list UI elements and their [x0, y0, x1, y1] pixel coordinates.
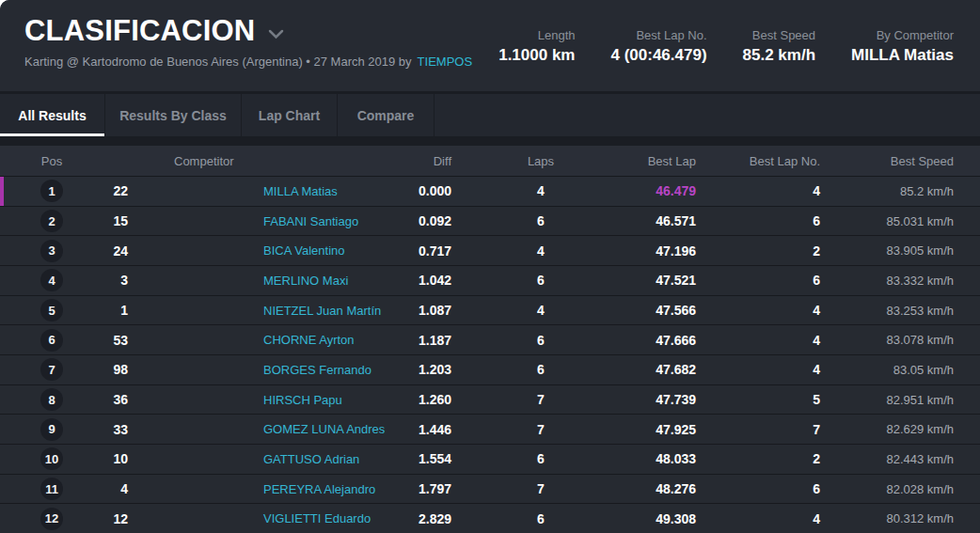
stat-label: Length — [498, 28, 575, 42]
position-badge: 12 — [40, 508, 63, 530]
competitor-name[interactable]: VIGLIETTI Eduardo — [132, 511, 404, 525]
best-speed-cell: 82.629 km/h — [828, 422, 980, 436]
column-header-diff: Diff — [404, 154, 461, 168]
best-lap-no-cell: 2 — [705, 243, 828, 259]
title-dropdown-chevron-icon[interactable] — [268, 29, 284, 39]
laps-cell: 6 — [461, 362, 602, 377]
kart-number-cell: 53 — [103, 333, 132, 348]
laps-cell: 6 — [461, 213, 602, 228]
kart-number-cell: 3 — [103, 273, 132, 288]
kart-number-cell: 36 — [103, 392, 132, 407]
position-cell: 1 — [0, 180, 103, 202]
results-panel: CLASIFICACION Karting @ Kartodromo de Bu… — [0, 0, 980, 533]
diff-cell: 1.446 — [404, 422, 461, 437]
table-row[interactable]: 6 53 CHORNE Ayrton 1.187 6 47.666 4 83.0… — [0, 324, 980, 354]
diff-cell: 2.829 — [404, 511, 461, 526]
tab-bar: All Results Results By Class Lap Chart C… — [0, 94, 980, 136]
best-lap-no-cell: 6 — [705, 481, 828, 496]
best-speed-cell: 85.031 km/h — [828, 214, 980, 228]
best-lap-no-cell: 4 — [705, 511, 828, 526]
best-lap-no-cell: 7 — [705, 422, 828, 437]
laps-cell: 7 — [461, 392, 602, 407]
diff-cell: 1.203 — [404, 362, 461, 377]
best-speed-cell: 82.028 km/h — [828, 482, 980, 496]
best-speed-cell: 83.253 km/h — [828, 304, 980, 318]
best-lap-cell: 49.308 — [602, 511, 705, 526]
kart-number-cell: 98 — [103, 362, 132, 377]
stat-best-speed: Best Speed 85.2 km/h — [743, 28, 816, 91]
competitor-name[interactable]: MILLA Matias — [132, 184, 404, 198]
best-lap-cell: 48.033 — [602, 451, 705, 466]
competitor-name[interactable]: GATTUSO Adrian — [132, 452, 404, 466]
table-row[interactable]: 11 4 PEREYRA Alejandro 1.797 7 48.276 6 … — [0, 474, 980, 504]
column-header-best-speed: Best Speed — [828, 154, 980, 168]
position-cell: 11 — [0, 478, 103, 500]
diff-cell: 1.797 — [404, 481, 461, 496]
best-speed-cell: 82.951 km/h — [828, 393, 980, 407]
competitor-name[interactable]: CHORNE Ayrton — [132, 333, 404, 347]
table-row[interactable]: 10 10 GATTUSO Adrian 1.554 6 48.033 2 82… — [0, 444, 980, 474]
competitor-name[interactable]: FABANI Santiago — [132, 214, 404, 228]
tab-compare[interactable]: Compare — [338, 94, 435, 136]
position-badge: 3 — [40, 240, 63, 262]
competitor-name[interactable]: HIRSCH Papu — [132, 393, 404, 407]
position-cell: 7 — [0, 358, 103, 381]
kart-number-cell: 15 — [103, 213, 132, 228]
position-badge: 8 — [40, 388, 63, 411]
tab-results-by-class[interactable]: Results By Class — [105, 94, 242, 136]
stat-value: 4 (00:46.479) — [610, 46, 706, 65]
stat-value: 1.1000 km — [498, 46, 575, 65]
laps-cell: 6 — [461, 451, 602, 466]
table-row[interactable]: 3 24 BICA Valentino 0.717 4 47.196 2 83.… — [0, 235, 980, 265]
table-row[interactable]: 4 3 MERLINO Maxi 1.042 6 47.521 6 83.332… — [0, 265, 980, 295]
best-speed-cell: 83.905 km/h — [828, 243, 980, 258]
stat-value: 85.2 km/h — [743, 46, 816, 65]
subtitle-text: Karting @ Kartodromo de Buenos Aires (Ar… — [24, 55, 412, 69]
best-lap-cell: 47.739 — [602, 392, 705, 407]
table-body: 1 22 MILLA Matias 0.000 4 46.479 4 85.2 … — [0, 176, 980, 533]
competitor-name[interactable]: PEREYRA Alejandro — [132, 482, 404, 496]
tab-lap-chart[interactable]: Lap Chart — [242, 94, 338, 136]
column-header-best-lap-no: Best Lap No. — [705, 154, 828, 168]
competitor-name[interactable]: BORGES Fernando — [132, 363, 404, 377]
best-lap-cell: 47.566 — [602, 303, 705, 318]
competitor-name[interactable]: BICA Valentino — [132, 243, 404, 258]
tiempos-link[interactable]: TIEMPOS — [418, 55, 473, 69]
kart-number-cell: 1 — [103, 303, 132, 318]
competitor-name[interactable]: MERLINO Maxi — [132, 274, 404, 288]
best-lap-cell: 47.196 — [602, 243, 705, 259]
position-badge: 2 — [40, 210, 63, 232]
competitor-name[interactable]: GOMEZ LUNA Andres — [132, 422, 404, 436]
position-cell: 2 — [0, 210, 103, 232]
column-header-best-lap: Best Lap — [602, 154, 705, 168]
event-subtitle: Karting @ Kartodromo de Buenos Aires (Ar… — [24, 55, 472, 69]
best-lap-no-cell: 4 — [705, 183, 828, 198]
table-row[interactable]: 8 36 HIRSCH Papu 1.260 7 47.739 5 82.951… — [0, 384, 980, 415]
best-lap-no-cell: 2 — [705, 451, 828, 466]
best-lap-cell: 46.479 — [602, 183, 705, 198]
kart-number-cell: 33 — [103, 422, 132, 437]
best-lap-cell: 47.682 — [602, 362, 705, 377]
table-row[interactable]: 2 15 FABANI Santiago 0.092 6 46.571 6 85… — [0, 206, 980, 236]
best-lap-no-cell: 4 — [705, 362, 828, 377]
best-lap-cell: 47.521 — [602, 273, 705, 288]
best-lap-no-cell: 5 — [705, 392, 828, 407]
kart-number-cell: 22 — [103, 183, 132, 198]
table-row[interactable]: 1 22 MILLA Matias 0.000 4 46.479 4 85.2 … — [0, 176, 980, 206]
best-speed-cell: 83.078 km/h — [828, 333, 980, 347]
table-header-row: Pos Competitor Diff Laps Best Lap Best L… — [0, 146, 980, 176]
stat-length: Length 1.1000 km — [498, 28, 575, 91]
table-row[interactable]: 12 12 VIGLIETTI Eduardo 2.829 6 49.308 4… — [0, 503, 980, 533]
position-cell: 3 — [0, 240, 103, 262]
laps-cell: 4 — [461, 303, 602, 318]
table-row[interactable]: 5 1 NIETZEL Juan Martín 1.087 4 47.566 4… — [0, 295, 980, 325]
position-badge: 5 — [40, 299, 63, 321]
table-row[interactable]: 7 98 BORGES Fernando 1.203 6 47.682 4 83… — [0, 354, 980, 384]
competitor-name[interactable]: NIETZEL Juan Martín — [132, 304, 404, 318]
table-row[interactable]: 9 33 GOMEZ LUNA Andres 1.446 7 47.925 7 … — [0, 414, 980, 444]
position-badge: 4 — [40, 269, 63, 291]
diff-cell: 0.000 — [404, 183, 461, 198]
tab-all-results[interactable]: All Results — [0, 94, 105, 136]
position-badge: 7 — [40, 358, 63, 381]
diff-cell: 1.087 — [404, 303, 461, 318]
